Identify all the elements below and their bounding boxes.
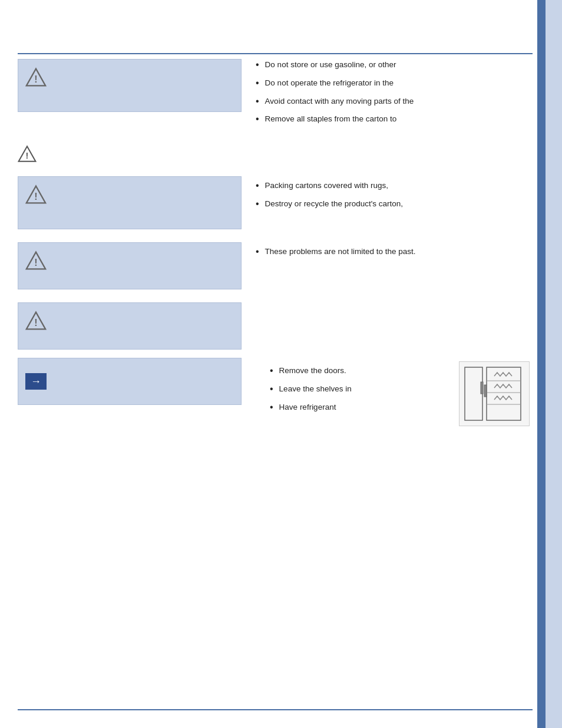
section3-text: Packing cartons covered with rugs, Destr… — [242, 176, 530, 216]
bullet-remove-doors: Remove the doors. — [270, 365, 452, 377]
section6-text: Remove the doors. Leave the shelves in H… — [242, 358, 530, 426]
svg-text:!: ! — [34, 317, 37, 328]
svg-text:!: ! — [34, 257, 37, 268]
bullet-leave-shelves: Leave the shelves in — [270, 383, 452, 396]
warning-icon-5: ! — [25, 310, 47, 331]
warning-box-1: ! — [18, 59, 242, 112]
bullet-staples: Remove all staples from the carton to — [256, 113, 530, 126]
section4-text: These problems are not limited to the pa… — [242, 242, 530, 264]
svg-rect-11 — [481, 382, 483, 394]
arrow-icon: → — [25, 373, 47, 390]
bullet-moving-parts: Avoid contact with any moving parts of t… — [256, 95, 530, 108]
warning-icon-3: ! — [25, 184, 47, 205]
fridge-illustration — [459, 361, 530, 426]
section-warning-1: ! Do not store or use gasoline, or other… — [18, 59, 530, 131]
warning-box-4: ! — [18, 242, 242, 289]
section-warning-5: ! — [18, 302, 530, 350]
warning-box-5: ! — [18, 302, 242, 350]
bullet-destroy-recycle: Destroy or recycle the product's carton, — [256, 198, 530, 210]
section-arrow-6: → Remove the doors. Leave the shelves in… — [18, 358, 530, 426]
svg-text:!: ! — [26, 151, 29, 160]
bullet-packing-cartons: Packing cartons covered with rugs, — [256, 180, 530, 192]
svg-rect-10 — [465, 367, 482, 420]
warning-icon-1: ! — [25, 67, 47, 88]
bottom-bullets: Remove the doors. Leave the shelves in H… — [256, 361, 452, 419]
bullet-refrigerant: Have refrigerant — [270, 401, 452, 414]
warning-box-3: ! — [18, 176, 242, 229]
main-content: ! Do not store or use gasoline, or other… — [18, 59, 530, 704]
warning-icon-4: ! — [25, 250, 47, 271]
bullet-gasoline: Do not store or use gasoline, or other — [256, 59, 530, 71]
section1-text: Do not store or use gasoline, or other D… — [242, 59, 530, 131]
bullet-problems: These problems are not limited to the pa… — [256, 246, 530, 258]
svg-rect-12 — [487, 367, 521, 420]
svg-text:!: ! — [34, 74, 37, 84]
bottom-divider — [18, 709, 533, 710]
svg-text:!: ! — [34, 191, 37, 202]
standalone-warning-icon: ! — [18, 144, 530, 163]
arrow-box-6: → — [18, 358, 242, 405]
svg-rect-16 — [484, 385, 487, 397]
warning-icon-standalone: ! — [18, 144, 37, 163]
top-divider — [18, 53, 533, 54]
section-warning-4: ! These problems are not limited to the … — [18, 242, 530, 289]
bottom-section: Remove the doors. Leave the shelves in H… — [256, 361, 530, 426]
section5-text — [242, 302, 530, 306]
bullet-operate: Do not operate the refrigerator in the — [256, 77, 530, 90]
section-warning-3: ! Packing cartons covered with rugs, Des… — [18, 176, 530, 229]
